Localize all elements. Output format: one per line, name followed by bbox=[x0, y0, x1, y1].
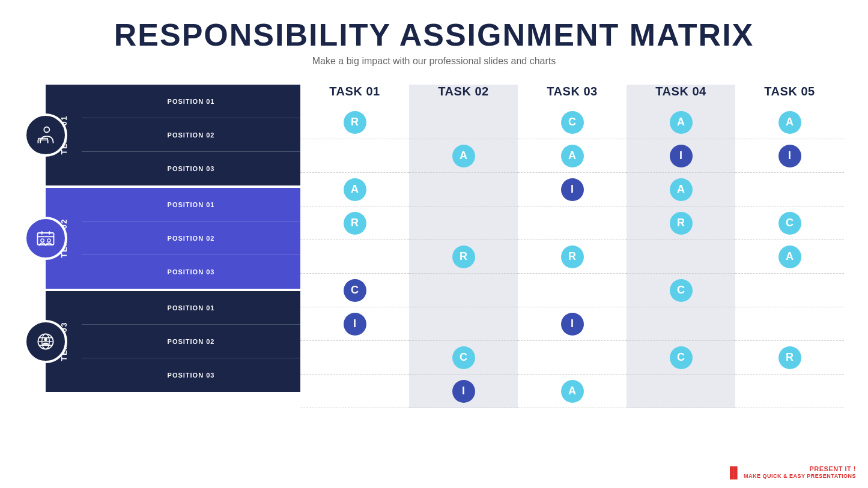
cell-r7c4 bbox=[627, 307, 735, 341]
badge: A bbox=[670, 178, 693, 201]
cell-r5c3: R bbox=[518, 240, 627, 274]
team3-pos2: POSITION 02 bbox=[82, 325, 300, 358]
svg-point-8 bbox=[41, 239, 44, 242]
badge: R bbox=[670, 212, 693, 235]
cell-r3c4: A bbox=[627, 173, 735, 206]
team1-icon bbox=[24, 113, 67, 157]
badge: R bbox=[452, 246, 475, 268]
badge: C bbox=[670, 279, 693, 302]
badge: C bbox=[561, 111, 584, 134]
cell-r6c4: C bbox=[627, 274, 735, 307]
cell-r5c1 bbox=[300, 240, 409, 274]
task-headers: TASK 01 TASK 02 TASK 03 TASK 04 TASK 05 bbox=[300, 85, 844, 106]
cell-r6c2 bbox=[409, 274, 518, 307]
cell-r9c5 bbox=[735, 375, 844, 408]
cell-r1c4: A bbox=[627, 106, 735, 139]
badge: A bbox=[670, 111, 693, 134]
matrix-container: TEAM 01 POSITION 01 POSITION 02 POSITION… bbox=[24, 85, 844, 408]
team1-pos2: POSITION 02 bbox=[82, 118, 300, 152]
cell-r1c1: R bbox=[300, 106, 409, 139]
task-header-2: TASK 02 bbox=[409, 85, 518, 106]
cell-r4c4: R bbox=[627, 206, 735, 240]
cell-r2c4: I bbox=[627, 139, 735, 173]
right-panel: TASK 01 TASK 02 TASK 03 TASK 04 TASK 05 … bbox=[300, 85, 844, 408]
cell-r6c1: C bbox=[300, 274, 409, 307]
main-title: RESPONSIBILITY ASSIGNMENT MATRIX bbox=[114, 18, 754, 52]
watermark-icon: ▐▌ bbox=[726, 466, 741, 479]
cell-r1c2 bbox=[409, 106, 518, 139]
cell-r5c4 bbox=[627, 240, 735, 274]
cell-r3c5 bbox=[735, 173, 844, 206]
task-header-4: TASK 04 bbox=[627, 85, 735, 106]
cell-r3c3: I bbox=[518, 173, 627, 206]
team3-pos3: POSITION 03 bbox=[82, 358, 300, 392]
team2-pos3: POSITION 03 bbox=[82, 255, 300, 289]
team3-icon bbox=[24, 320, 67, 363]
cell-r2c5: I bbox=[735, 139, 844, 173]
cell-r4c3 bbox=[518, 206, 627, 240]
team1-positions: POSITION 01 POSITION 02 POSITION 03 bbox=[82, 85, 300, 185]
task-col-4: A I A R C C bbox=[627, 106, 735, 408]
badge: R bbox=[344, 111, 366, 134]
cell-r4c2 bbox=[409, 206, 518, 240]
cell-r8c1 bbox=[300, 341, 409, 375]
team2-icon bbox=[24, 217, 67, 260]
task-col-5: A I C A R bbox=[735, 106, 844, 408]
left-panel: TEAM 01 POSITION 01 POSITION 02 POSITION… bbox=[24, 85, 300, 394]
cell-r1c5: A bbox=[735, 106, 844, 139]
svg-point-15 bbox=[44, 338, 47, 341]
team3-positions: POSITION 01 POSITION 02 POSITION 03 bbox=[82, 291, 300, 392]
task-header-5: TASK 05 bbox=[735, 85, 844, 106]
badge: I bbox=[561, 178, 584, 201]
cell-r7c5 bbox=[735, 307, 844, 341]
badge: A bbox=[778, 111, 801, 134]
cell-r7c3: I bbox=[518, 307, 627, 341]
cell-r8c4: C bbox=[627, 341, 735, 375]
team-block-3: TEAM 03 POSITION 01 POSITION 02 POSITION… bbox=[24, 291, 300, 392]
team-block-1: TEAM 01 POSITION 01 POSITION 02 POSITION… bbox=[24, 85, 300, 185]
cell-r8c5: R bbox=[735, 341, 844, 375]
cell-r9c2: I bbox=[409, 375, 518, 408]
subtitle: Make a big impact with our professional … bbox=[114, 56, 754, 67]
task-col-1: R A R C I bbox=[300, 106, 409, 408]
cell-r3c2 bbox=[409, 173, 518, 206]
team1-pos1: POSITION 01 bbox=[82, 85, 300, 118]
cell-r9c4 bbox=[627, 375, 735, 408]
cell-r9c3: A bbox=[518, 375, 627, 408]
badge: I bbox=[778, 145, 801, 167]
badge: I bbox=[670, 145, 693, 167]
cell-r3c1: A bbox=[300, 173, 409, 206]
badge: R bbox=[561, 246, 584, 268]
watermark-line2: MAKE QUICK & EASY PRESENTATIONS bbox=[744, 473, 856, 480]
badge: C bbox=[344, 279, 366, 302]
cell-r4c5: C bbox=[735, 206, 844, 240]
badge: C bbox=[670, 346, 693, 369]
cell-r2c2: A bbox=[409, 139, 518, 173]
cell-r7c2 bbox=[409, 307, 518, 341]
team2-pos2: POSITION 02 bbox=[82, 221, 300, 255]
badge: C bbox=[778, 212, 801, 235]
cell-r2c1 bbox=[300, 139, 409, 173]
task-header-3: TASK 03 bbox=[518, 85, 627, 106]
cell-r6c5 bbox=[735, 274, 844, 307]
badge: A bbox=[452, 145, 475, 167]
team-block-2: TEAM 02 POSITION 01 POSITION 02 POSITION… bbox=[24, 188, 300, 289]
cell-r4c1: R bbox=[300, 206, 409, 240]
svg-rect-4 bbox=[38, 233, 54, 245]
cell-r7c1: I bbox=[300, 307, 409, 341]
watermark: ▐▌ Present it ! MAKE QUICK & EASY PRESEN… bbox=[726, 465, 856, 480]
team2-pos1: POSITION 01 bbox=[82, 188, 300, 221]
cell-r8c2: C bbox=[409, 341, 518, 375]
badge: A bbox=[561, 380, 584, 403]
badge: I bbox=[452, 380, 475, 403]
svg-point-0 bbox=[44, 127, 49, 133]
watermark-line1: Present it ! bbox=[744, 465, 856, 473]
badge: A bbox=[561, 145, 584, 167]
badge: I bbox=[344, 313, 366, 336]
cell-r1c3: C bbox=[518, 106, 627, 139]
badge: A bbox=[344, 178, 366, 201]
badge: A bbox=[778, 246, 801, 268]
task-header-1: TASK 01 bbox=[300, 85, 409, 106]
page-container: RESPONSIBILITY ASSIGNMENT MATRIX Make a … bbox=[0, 0, 868, 488]
task-col-3: C A I R I A bbox=[518, 106, 627, 408]
